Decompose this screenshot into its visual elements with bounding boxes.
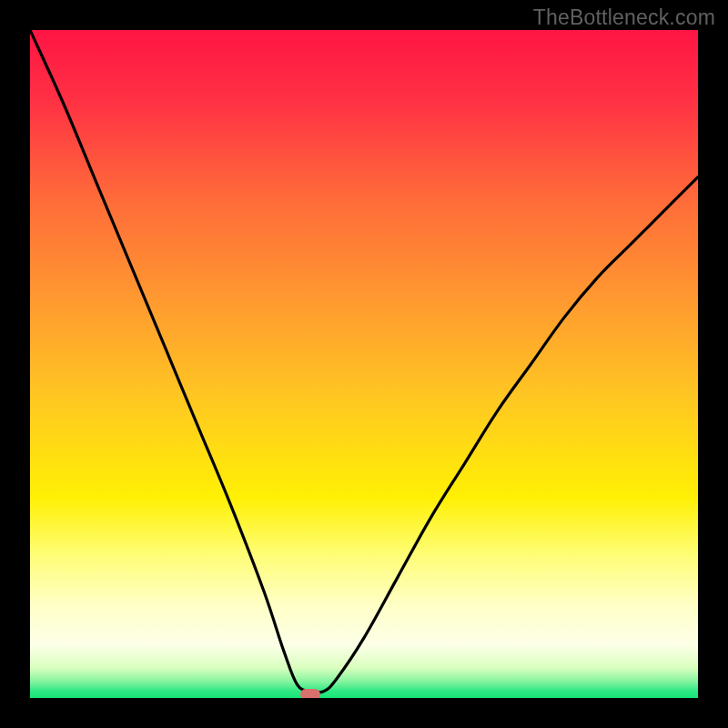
- chart-frame: TheBottleneck.com: [0, 0, 728, 728]
- optimal-point-marker: [300, 689, 320, 698]
- plot-area: [30, 30, 698, 698]
- bottleneck-curve: [30, 30, 698, 698]
- watermark-label: TheBottleneck.com: [533, 5, 715, 30]
